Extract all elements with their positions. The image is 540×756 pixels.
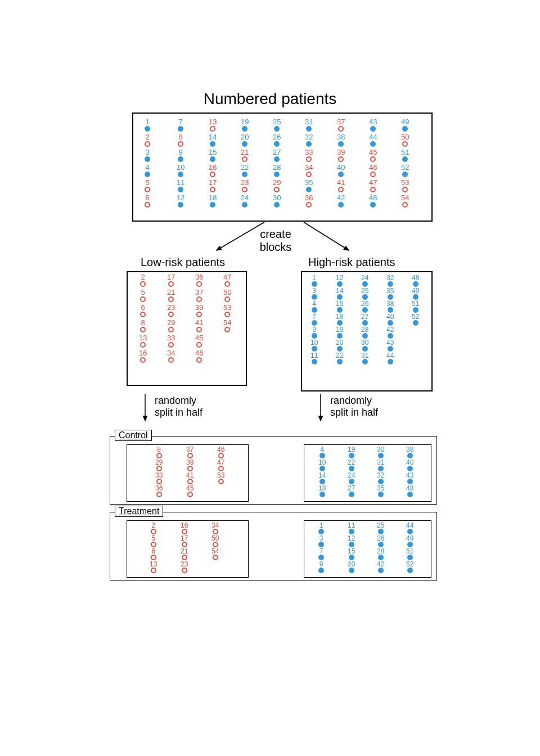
patient-47: 47	[217, 459, 224, 472]
patient-29: 29	[155, 459, 163, 472]
patient-35: 35	[377, 485, 384, 498]
patient-6: 6	[151, 548, 156, 561]
patient-column: 4101418	[318, 446, 326, 498]
patient-51: 51	[406, 548, 413, 561]
patient-17: 17	[181, 535, 188, 548]
patient-number: 29	[155, 459, 163, 466]
filled-circle-icon	[349, 555, 354, 560]
patient-column: 19222427	[348, 446, 355, 498]
filled-circle-icon	[320, 492, 325, 497]
patient-column: 11121520	[348, 522, 355, 574]
patient-54: 54	[212, 548, 219, 561]
filled-circle-icon	[407, 453, 413, 458]
label-split-right: randomly split in half	[330, 395, 378, 418]
patient-number: 53	[217, 472, 224, 479]
open-circle-icon	[156, 492, 162, 497]
open-circle-icon	[187, 479, 193, 484]
patient-10: 10	[318, 459, 326, 472]
patient-34: 34	[212, 522, 219, 535]
filled-circle-icon	[320, 453, 325, 458]
patient-18: 18	[318, 485, 326, 498]
diagram-root: { "title": "Numbered patients", "labels"…	[0, 0, 540, 756]
patient-number: 42	[377, 561, 384, 568]
patient-number: 28	[377, 548, 384, 555]
open-circle-icon	[151, 568, 156, 573]
filled-circle-icon	[407, 479, 413, 484]
patient-9: 9	[318, 561, 324, 574]
patient-number: 20	[348, 561, 355, 568]
patient-48: 48	[406, 485, 413, 498]
filled-circle-icon	[349, 453, 354, 458]
patient-45: 45	[186, 485, 194, 498]
filled-circle-icon	[378, 555, 384, 560]
patient-40: 40	[406, 459, 413, 472]
tab-treatment: Treatment	[115, 506, 163, 517]
patient-column: 38404348	[406, 446, 413, 498]
patient-23: 23	[181, 561, 188, 574]
patient-number: 2	[151, 522, 155, 529]
open-circle-icon	[182, 542, 187, 547]
patient-column: 464753	[217, 446, 224, 485]
patient-24: 24	[348, 472, 355, 485]
patient-28: 28	[377, 548, 384, 561]
patient-5: 5	[151, 535, 156, 548]
patient-14: 14	[318, 472, 326, 485]
patient-number: 37	[186, 446, 194, 453]
box-control-low: 829333637394145464753	[127, 444, 249, 502]
patient-number: 3	[320, 535, 323, 542]
patient-11: 11	[348, 522, 355, 535]
box-treatment-high: 1379111215202526284244495152	[304, 520, 431, 578]
patient-number: 25	[377, 522, 384, 529]
filled-circle-icon	[378, 479, 384, 484]
patient-number: 31	[377, 459, 384, 466]
patient-number: 41	[186, 472, 194, 479]
patient-column: 1379	[318, 522, 324, 574]
patient-1: 1	[318, 522, 324, 535]
patient-column: 30313235	[377, 446, 384, 498]
patient-number: 27	[348, 485, 355, 492]
box-treatment-low: 2561316172123345054	[127, 520, 249, 578]
patient-number: 23	[181, 561, 188, 568]
patient-26: 26	[377, 535, 384, 548]
open-circle-icon	[182, 568, 187, 573]
patient-column: 44495152	[406, 522, 413, 574]
patient-number: 6	[151, 548, 155, 555]
patient-38: 38	[406, 446, 413, 459]
patient-37: 37	[186, 446, 194, 459]
patient-column: 37394145	[186, 446, 194, 498]
patient-number: 12	[348, 535, 355, 542]
patient-column: 16172123	[181, 522, 188, 574]
open-circle-icon	[213, 542, 218, 547]
patient-number: 39	[186, 459, 194, 466]
filled-circle-icon	[318, 555, 324, 560]
open-circle-icon	[213, 529, 218, 534]
patient-column: 25262842	[377, 522, 384, 574]
patient-number: 47	[217, 459, 224, 466]
patient-20: 20	[348, 561, 355, 574]
patient-number: 9	[320, 561, 323, 568]
patient-number: 16	[181, 522, 188, 529]
patient-number: 13	[150, 561, 157, 568]
box-control-high: 4101418192224273031323538404348	[304, 444, 431, 502]
patient-7: 7	[318, 548, 324, 561]
filled-circle-icon	[318, 568, 324, 573]
patient-number: 4	[320, 446, 324, 453]
filled-circle-icon	[407, 555, 413, 560]
patient-27: 27	[348, 485, 355, 498]
patient-number: 24	[348, 472, 355, 479]
filled-circle-icon	[378, 453, 384, 458]
patient-number: 44	[406, 522, 413, 529]
patient-number: 35	[377, 485, 384, 492]
filled-circle-icon	[407, 542, 413, 547]
filled-circle-icon	[349, 568, 354, 573]
open-circle-icon	[156, 466, 162, 471]
filled-circle-icon	[407, 492, 413, 497]
filled-circle-icon	[378, 529, 384, 534]
patient-42: 42	[377, 561, 384, 574]
patient-22: 22	[348, 459, 355, 472]
filled-circle-icon	[349, 542, 354, 547]
patient-number: 18	[318, 485, 326, 492]
open-circle-icon	[187, 492, 193, 497]
patient-number: 30	[377, 446, 384, 453]
filled-circle-icon	[320, 466, 325, 471]
